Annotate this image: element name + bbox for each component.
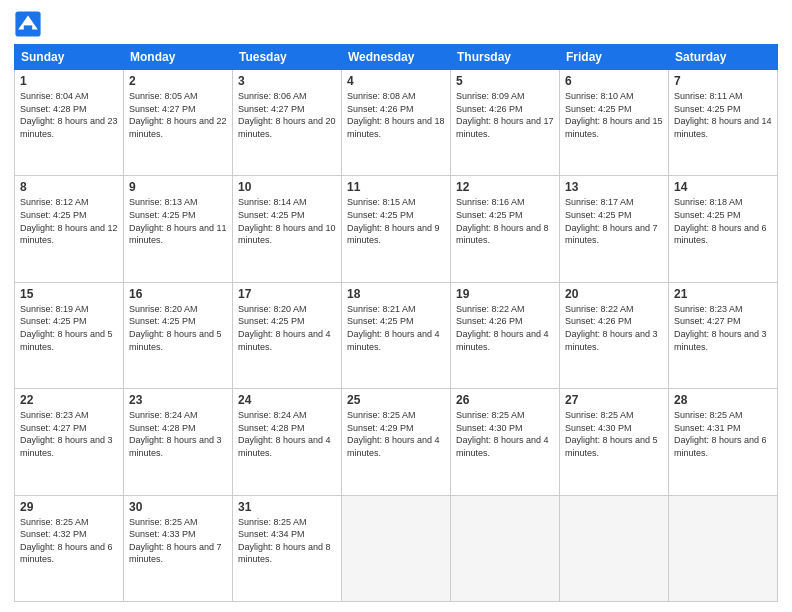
day-number: 8 bbox=[20, 180, 118, 194]
day-cell: 25 Sunrise: 8:25 AMSunset: 4:29 PMDaylig… bbox=[342, 389, 451, 495]
day-number: 4 bbox=[347, 74, 445, 88]
day-cell: 24 Sunrise: 8:24 AMSunset: 4:28 PMDaylig… bbox=[233, 389, 342, 495]
day-header-friday: Friday bbox=[560, 45, 669, 70]
day-info: Sunrise: 8:20 AMSunset: 4:25 PMDaylight:… bbox=[129, 303, 227, 353]
day-number: 11 bbox=[347, 180, 445, 194]
day-cell: 6 Sunrise: 8:10 AMSunset: 4:25 PMDayligh… bbox=[560, 70, 669, 176]
calendar-table: SundayMondayTuesdayWednesdayThursdayFrid… bbox=[14, 44, 778, 602]
day-number: 30 bbox=[129, 500, 227, 514]
day-cell: 17 Sunrise: 8:20 AMSunset: 4:25 PMDaylig… bbox=[233, 282, 342, 388]
day-info: Sunrise: 8:05 AMSunset: 4:27 PMDaylight:… bbox=[129, 90, 227, 140]
day-number: 9 bbox=[129, 180, 227, 194]
day-cell: 26 Sunrise: 8:25 AMSunset: 4:30 PMDaylig… bbox=[451, 389, 560, 495]
day-number: 17 bbox=[238, 287, 336, 301]
day-cell: 12 Sunrise: 8:16 AMSunset: 4:25 PMDaylig… bbox=[451, 176, 560, 282]
week-row-1: 1 Sunrise: 8:04 AMSunset: 4:28 PMDayligh… bbox=[15, 70, 778, 176]
day-header-wednesday: Wednesday bbox=[342, 45, 451, 70]
day-info: Sunrise: 8:25 AMSunset: 4:30 PMDaylight:… bbox=[565, 409, 663, 459]
day-cell: 11 Sunrise: 8:15 AMSunset: 4:25 PMDaylig… bbox=[342, 176, 451, 282]
day-number: 23 bbox=[129, 393, 227, 407]
day-info: Sunrise: 8:25 AMSunset: 4:31 PMDaylight:… bbox=[674, 409, 772, 459]
day-header-saturday: Saturday bbox=[669, 45, 778, 70]
day-number: 2 bbox=[129, 74, 227, 88]
day-cell: 28 Sunrise: 8:25 AMSunset: 4:31 PMDaylig… bbox=[669, 389, 778, 495]
day-info: Sunrise: 8:25 AMSunset: 4:34 PMDaylight:… bbox=[238, 516, 336, 566]
day-cell: 15 Sunrise: 8:19 AMSunset: 4:25 PMDaylig… bbox=[15, 282, 124, 388]
logo bbox=[14, 10, 46, 38]
day-info: Sunrise: 8:23 AMSunset: 4:27 PMDaylight:… bbox=[20, 409, 118, 459]
day-cell: 20 Sunrise: 8:22 AMSunset: 4:26 PMDaylig… bbox=[560, 282, 669, 388]
week-row-4: 22 Sunrise: 8:23 AMSunset: 4:27 PMDaylig… bbox=[15, 389, 778, 495]
day-info: Sunrise: 8:22 AMSunset: 4:26 PMDaylight:… bbox=[565, 303, 663, 353]
day-info: Sunrise: 8:23 AMSunset: 4:27 PMDaylight:… bbox=[674, 303, 772, 353]
day-number: 19 bbox=[456, 287, 554, 301]
day-number: 18 bbox=[347, 287, 445, 301]
day-info: Sunrise: 8:24 AMSunset: 4:28 PMDaylight:… bbox=[238, 409, 336, 459]
day-cell bbox=[451, 495, 560, 601]
day-number: 13 bbox=[565, 180, 663, 194]
logo-icon bbox=[14, 10, 42, 38]
day-info: Sunrise: 8:24 AMSunset: 4:28 PMDaylight:… bbox=[129, 409, 227, 459]
day-cell: 8 Sunrise: 8:12 AMSunset: 4:25 PMDayligh… bbox=[15, 176, 124, 282]
day-info: Sunrise: 8:15 AMSunset: 4:25 PMDaylight:… bbox=[347, 196, 445, 246]
header bbox=[14, 10, 778, 38]
day-cell: 3 Sunrise: 8:06 AMSunset: 4:27 PMDayligh… bbox=[233, 70, 342, 176]
day-cell: 1 Sunrise: 8:04 AMSunset: 4:28 PMDayligh… bbox=[15, 70, 124, 176]
day-info: Sunrise: 8:20 AMSunset: 4:25 PMDaylight:… bbox=[238, 303, 336, 353]
day-cell: 5 Sunrise: 8:09 AMSunset: 4:26 PMDayligh… bbox=[451, 70, 560, 176]
day-cell: 22 Sunrise: 8:23 AMSunset: 4:27 PMDaylig… bbox=[15, 389, 124, 495]
header-row: SundayMondayTuesdayWednesdayThursdayFrid… bbox=[15, 45, 778, 70]
day-info: Sunrise: 8:25 AMSunset: 4:33 PMDaylight:… bbox=[129, 516, 227, 566]
day-cell: 16 Sunrise: 8:20 AMSunset: 4:25 PMDaylig… bbox=[124, 282, 233, 388]
day-info: Sunrise: 8:12 AMSunset: 4:25 PMDaylight:… bbox=[20, 196, 118, 246]
week-row-5: 29 Sunrise: 8:25 AMSunset: 4:32 PMDaylig… bbox=[15, 495, 778, 601]
day-number: 5 bbox=[456, 74, 554, 88]
day-number: 27 bbox=[565, 393, 663, 407]
day-cell: 19 Sunrise: 8:22 AMSunset: 4:26 PMDaylig… bbox=[451, 282, 560, 388]
day-header-sunday: Sunday bbox=[15, 45, 124, 70]
day-info: Sunrise: 8:14 AMSunset: 4:25 PMDaylight:… bbox=[238, 196, 336, 246]
day-number: 3 bbox=[238, 74, 336, 88]
day-cell: 4 Sunrise: 8:08 AMSunset: 4:26 PMDayligh… bbox=[342, 70, 451, 176]
day-info: Sunrise: 8:10 AMSunset: 4:25 PMDaylight:… bbox=[565, 90, 663, 140]
day-number: 24 bbox=[238, 393, 336, 407]
day-info: Sunrise: 8:21 AMSunset: 4:25 PMDaylight:… bbox=[347, 303, 445, 353]
day-cell: 31 Sunrise: 8:25 AMSunset: 4:34 PMDaylig… bbox=[233, 495, 342, 601]
day-info: Sunrise: 8:06 AMSunset: 4:27 PMDaylight:… bbox=[238, 90, 336, 140]
day-info: Sunrise: 8:04 AMSunset: 4:28 PMDaylight:… bbox=[20, 90, 118, 140]
day-number: 29 bbox=[20, 500, 118, 514]
day-info: Sunrise: 8:18 AMSunset: 4:25 PMDaylight:… bbox=[674, 196, 772, 246]
day-cell: 10 Sunrise: 8:14 AMSunset: 4:25 PMDaylig… bbox=[233, 176, 342, 282]
day-cell: 27 Sunrise: 8:25 AMSunset: 4:30 PMDaylig… bbox=[560, 389, 669, 495]
day-info: Sunrise: 8:08 AMSunset: 4:26 PMDaylight:… bbox=[347, 90, 445, 140]
day-cell: 7 Sunrise: 8:11 AMSunset: 4:25 PMDayligh… bbox=[669, 70, 778, 176]
day-cell: 23 Sunrise: 8:24 AMSunset: 4:28 PMDaylig… bbox=[124, 389, 233, 495]
day-number: 10 bbox=[238, 180, 336, 194]
day-info: Sunrise: 8:16 AMSunset: 4:25 PMDaylight:… bbox=[456, 196, 554, 246]
day-number: 6 bbox=[565, 74, 663, 88]
day-header-tuesday: Tuesday bbox=[233, 45, 342, 70]
day-info: Sunrise: 8:11 AMSunset: 4:25 PMDaylight:… bbox=[674, 90, 772, 140]
day-number: 16 bbox=[129, 287, 227, 301]
day-number: 31 bbox=[238, 500, 336, 514]
day-cell: 14 Sunrise: 8:18 AMSunset: 4:25 PMDaylig… bbox=[669, 176, 778, 282]
day-number: 15 bbox=[20, 287, 118, 301]
day-number: 28 bbox=[674, 393, 772, 407]
day-cell: 9 Sunrise: 8:13 AMSunset: 4:25 PMDayligh… bbox=[124, 176, 233, 282]
day-info: Sunrise: 8:25 AMSunset: 4:30 PMDaylight:… bbox=[456, 409, 554, 459]
day-cell: 18 Sunrise: 8:21 AMSunset: 4:25 PMDaylig… bbox=[342, 282, 451, 388]
day-info: Sunrise: 8:25 AMSunset: 4:32 PMDaylight:… bbox=[20, 516, 118, 566]
day-cell: 21 Sunrise: 8:23 AMSunset: 4:27 PMDaylig… bbox=[669, 282, 778, 388]
day-cell: 29 Sunrise: 8:25 AMSunset: 4:32 PMDaylig… bbox=[15, 495, 124, 601]
day-cell: 13 Sunrise: 8:17 AMSunset: 4:25 PMDaylig… bbox=[560, 176, 669, 282]
day-info: Sunrise: 8:25 AMSunset: 4:29 PMDaylight:… bbox=[347, 409, 445, 459]
day-header-monday: Monday bbox=[124, 45, 233, 70]
day-number: 22 bbox=[20, 393, 118, 407]
day-info: Sunrise: 8:19 AMSunset: 4:25 PMDaylight:… bbox=[20, 303, 118, 353]
day-number: 14 bbox=[674, 180, 772, 194]
day-cell: 2 Sunrise: 8:05 AMSunset: 4:27 PMDayligh… bbox=[124, 70, 233, 176]
week-row-2: 8 Sunrise: 8:12 AMSunset: 4:25 PMDayligh… bbox=[15, 176, 778, 282]
day-number: 12 bbox=[456, 180, 554, 194]
day-cell: 30 Sunrise: 8:25 AMSunset: 4:33 PMDaylig… bbox=[124, 495, 233, 601]
day-number: 26 bbox=[456, 393, 554, 407]
